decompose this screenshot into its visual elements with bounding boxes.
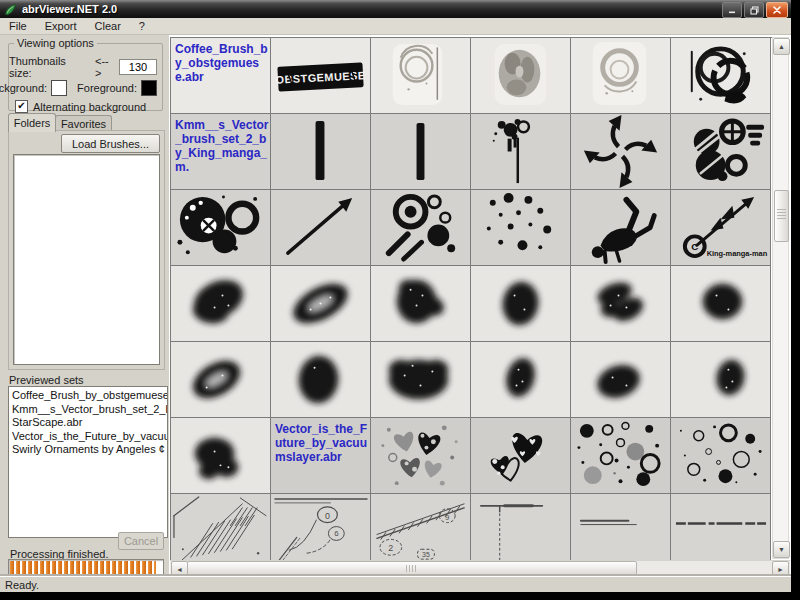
thumbnails-size-arrows: <--> — [95, 55, 115, 79]
menu-export[interactable]: Export — [36, 20, 86, 32]
thumbnails-size-input[interactable] — [119, 59, 157, 75]
minimize-button[interactable] — [722, 2, 742, 18]
brush-thumbnail-hearts-cluster[interactable] — [371, 418, 471, 494]
title-bar: abrViewer.NET 2.0 — [0, 0, 791, 18]
grid-row: 062935 — [171, 494, 773, 560]
brush-thumbnail-circle-cluster-bars[interactable] — [671, 114, 771, 190]
grid-row: Coffee_Brush_by_obstgemuese.abrOBSTGEMUE… — [171, 38, 773, 114]
brush-thumbnail-galaxy-1[interactable] — [271, 266, 371, 342]
app-icon — [4, 3, 17, 16]
foreground-label: Foreground: — [77, 82, 137, 94]
brush-thumbnail-map-blocks[interactable] — [171, 494, 271, 560]
previewed-set-item[interactable]: Kmm__s_Vector_brush_set_2_by_King_ — [12, 403, 167, 417]
brush-thumbnail-galaxy-7[interactable] — [271, 342, 371, 418]
brush-set-name: Kmm__s_Vector_brush_set_2_by_King_manga_… — [171, 114, 270, 174]
svg-text:2: 2 — [388, 543, 393, 553]
brush-thumbnail-arrow-signature[interactable]: CKing-manga-man — [671, 190, 771, 266]
brush-set-name-cell[interactable]: Kmm__s_Vector_brush_set_2_by_King_manga_… — [171, 114, 271, 190]
menu-help[interactable]: ? — [130, 20, 154, 32]
svg-text:King-manga-man: King-manga-man — [707, 249, 768, 258]
brush-thumbnail-coffee-ring-light[interactable] — [371, 38, 471, 114]
brush-thumbnail-galaxy-0[interactable] — [171, 266, 271, 342]
brush-thumbnail-dots-scatter[interactable] — [471, 190, 571, 266]
status-bar: Ready. — [0, 576, 791, 592]
scroll-up-button[interactable]: ▲ — [773, 38, 790, 55]
left-panel: Viewing options Thumbnails size: <--> Ba… — [0, 35, 169, 576]
brush-thumbnail-vbar2[interactable] — [371, 114, 471, 190]
cancel-button: Cancel — [118, 532, 164, 550]
brush-thumbnail-map-circled-numbers[interactable]: 06 — [271, 494, 371, 560]
brush-thumbnail-map-railway[interactable]: 2935 — [371, 494, 471, 560]
restore-button[interactable] — [744, 2, 764, 18]
brush-thumbnail-lollipop[interactable] — [471, 114, 571, 190]
brush-thumbnail-pinwheel[interactable] — [571, 114, 671, 190]
previewed-sets-label: Previewed sets — [9, 374, 84, 386]
menu-clear[interactable]: Clear — [86, 20, 130, 32]
vertical-scrollbar[interactable]: ▲ ▼ — [772, 37, 789, 559]
brush-thumbnail-galaxy-10[interactable] — [571, 342, 671, 418]
previewed-set-item[interactable]: Coffee_Brush_by_obstgemuese.abr — [12, 389, 167, 403]
progress-bar — [8, 559, 164, 577]
scroll-down-button[interactable]: ▼ — [773, 541, 790, 558]
status-text: Ready. — [5, 579, 39, 591]
thumbnail-grid: Coffee_Brush_by_obstgemuese.abrOBSTGEMUE… — [170, 37, 773, 560]
brush-thumbnail-circle-cluster-dots[interactable] — [171, 190, 271, 266]
grid-row — [171, 266, 773, 342]
menu-bar: File Export Clear ? — [0, 18, 791, 35]
brush-set-name-cell[interactable]: Coffee_Brush_by_obstgemuese.abr — [171, 38, 271, 114]
minimize-icon — [728, 6, 736, 14]
previewed-sets-listbox[interactable]: Coffee_Brush_by_obstgemuese.abrKmm__s_Ve… — [8, 386, 168, 538]
brush-thumbnail-circles-outline[interactable] — [671, 418, 771, 494]
brush-thumbnail-galaxy-12[interactable] — [171, 418, 271, 494]
svg-text:0: 0 — [325, 511, 330, 521]
foreground-color-swatch[interactable] — [141, 80, 157, 96]
window-title: abrViewer.NET 2.0 — [22, 3, 117, 15]
horizontal-scrollbar[interactable]: ◄ ► — [170, 560, 790, 576]
brush-thumbnail-galaxy-4[interactable] — [571, 266, 671, 342]
brush-set-name-cell[interactable]: Vector_is_the_Future_by_vacuumslayer.abr — [271, 418, 371, 494]
brush-thumbnail-map-dashes[interactable] — [671, 494, 771, 560]
brush-thumbnail-galaxy-2[interactable] — [371, 266, 471, 342]
svg-text:35: 35 — [422, 551, 430, 558]
vertical-scroll-thumb[interactable] — [774, 190, 789, 242]
brush-thumbnail-galaxy-11[interactable] — [671, 342, 771, 418]
previewed-set-item[interactable]: StarScape.abr — [12, 416, 167, 430]
brush-thumbnail-hearts-pair[interactable] — [471, 418, 571, 494]
brush-thumbnail-galaxy-9[interactable] — [471, 342, 571, 418]
thumbnails-size-label: Thumbnails size: — [9, 55, 91, 79]
brush-thumbnail-breakdancer[interactable] — [571, 190, 671, 266]
background-label: Background: — [0, 82, 47, 94]
brush-thumbnail-circles-mixed[interactable] — [571, 418, 671, 494]
menu-file[interactable]: File — [0, 20, 36, 32]
previewed-set-item[interactable]: Swirly Ornaments by Angeles ¢ Papersw — [12, 443, 167, 457]
horizontal-scroll-thumb[interactable] — [187, 561, 637, 576]
brush-thumbnail-galaxy-5[interactable] — [671, 266, 771, 342]
brush-thumbnail-stamp[interactable]: OBSTGEMUESE — [271, 38, 371, 114]
brush-thumbnail-coffee-splotch[interactable] — [471, 38, 571, 114]
grid-row: Kmm__s_Vector_brush_set_2_by_King_manga_… — [171, 114, 773, 190]
app-window: abrViewer.NET 2.0 File Export Clear ? Vi… — [0, 0, 791, 592]
tab-folders[interactable]: Folders — [8, 113, 56, 132]
brush-thumbnail-galaxy-3[interactable] — [471, 266, 571, 342]
brush-thumbnail-vbar[interactable] — [271, 114, 371, 190]
load-brushes-button[interactable]: Load Brushes... — [61, 134, 160, 153]
grid-row: CKing-manga-man — [171, 190, 773, 266]
close-button[interactable] — [766, 2, 788, 18]
svg-text:6: 6 — [334, 529, 339, 538]
brush-thumbnail-coffee-rings-dark[interactable] — [671, 38, 771, 114]
brush-thumbnail-galaxy-6[interactable] — [171, 342, 271, 418]
brush-thumbnail-map-lines[interactable] — [571, 494, 671, 560]
background-color-swatch[interactable] — [51, 80, 67, 96]
alternating-background-checkbox[interactable]: ✔ — [15, 100, 28, 113]
brush-thumbnail-galaxy-8[interactable] — [371, 342, 471, 418]
folders-tab-panel: Load Brushes... — [8, 130, 165, 370]
brush-thumbnail-arrow-diagonal[interactable] — [271, 190, 371, 266]
restore-icon — [750, 6, 759, 15]
previewed-set-item[interactable]: Vector_is_the_Future_by_vacuumslayer — [12, 430, 167, 444]
brush-thumbnail-coffee-ring-faint[interactable] — [571, 38, 671, 114]
brush-thumbnail-map-tee[interactable] — [471, 494, 571, 560]
brush-thumbnail-rings-magnify[interactable] — [371, 190, 471, 266]
svg-text:9: 9 — [445, 513, 450, 522]
folders-tree[interactable] — [13, 154, 160, 365]
viewing-options-title: Viewing options — [14, 37, 97, 49]
